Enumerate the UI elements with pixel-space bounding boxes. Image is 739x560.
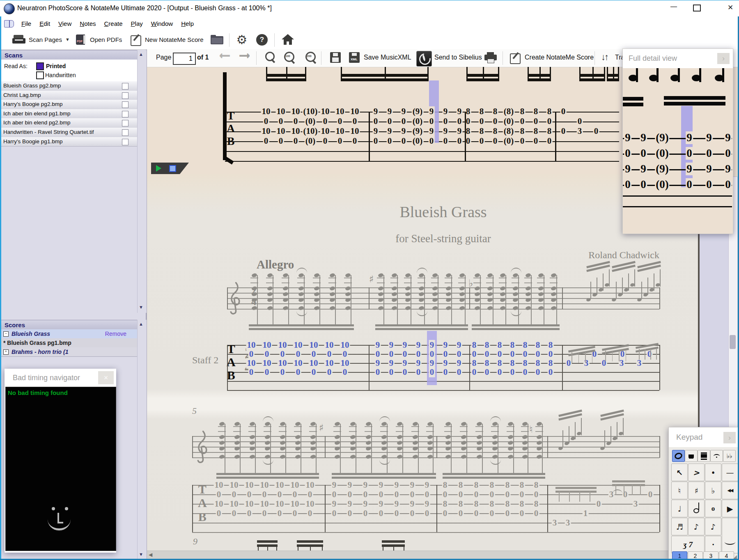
- tab-number[interactable]: 10: [259, 499, 270, 509]
- tab-number[interactable]: 0: [262, 508, 268, 519]
- tab-number[interactable]: 0: [388, 367, 395, 377]
- scan-tab-number[interactable]: 9: [443, 106, 449, 117]
- tab-number[interactable]: 0: [311, 367, 317, 377]
- scan-tab-number[interactable]: 8: [479, 106, 485, 117]
- tab-number[interactable]: 0: [509, 367, 516, 377]
- tab-number[interactable]: 0: [326, 367, 333, 377]
- scan-tab-number[interactable]: 0: [443, 116, 449, 126]
- scan-tab-number[interactable]: 0: [293, 136, 299, 146]
- flat-button[interactable]: ♭: [705, 482, 721, 499]
- scan-list-item[interactable]: Christ Lag.bmp: [0, 91, 137, 101]
- full-detail-header[interactable]: Full detail view ›: [623, 49, 733, 68]
- staccato-button[interactable]: •: [705, 464, 721, 481]
- tab-number[interactable]: 0: [347, 508, 353, 519]
- save-musicxml-label[interactable]: Save MusicXML: [364, 54, 411, 61]
- scan-tab-number[interactable]: 3: [577, 126, 583, 136]
- tab-number[interactable]: 0: [533, 489, 539, 500]
- scan-tab-number[interactable]: 8: [533, 126, 539, 136]
- scan-tab-number[interactable]: 9: [457, 106, 463, 117]
- scan-tab-number[interactable]: 0: [593, 126, 599, 136]
- scan-tab-number[interactable]: 0: [263, 116, 269, 126]
- printed-checkbox[interactable]: [36, 62, 44, 70]
- tab-number[interactable]: 10: [275, 499, 285, 509]
- tab-number[interactable]: 0: [442, 489, 448, 500]
- scan-item-checkbox[interactable]: [122, 139, 129, 145]
- tab-number[interactable]: 0: [292, 508, 298, 519]
- scan-tab-number[interactable]: 10: [320, 106, 330, 117]
- tab-number[interactable]: 8: [533, 499, 539, 509]
- tab-number[interactable]: 10: [244, 499, 255, 509]
- scan-tab-number[interactable]: 0: [352, 136, 358, 146]
- scan-tab-number[interactable]: 10: [350, 126, 360, 136]
- tab-number[interactable]: 0: [473, 489, 480, 500]
- tab-number[interactable]: 0: [415, 367, 422, 377]
- eighth-note-button[interactable]: ♪: [688, 518, 705, 535]
- play-button[interactable]: ▶: [722, 500, 738, 517]
- tab-number[interactable]: 0: [378, 508, 384, 519]
- remove-link[interactable]: Remove: [105, 330, 126, 337]
- scan-tab-number[interactable]: 10: [291, 126, 301, 136]
- save-icon[interactable]: [330, 52, 341, 63]
- stop-icon[interactable]: [169, 165, 176, 172]
- tab-number[interactable]: 8: [505, 499, 511, 509]
- rests-button[interactable]: ʒ 7: [671, 536, 705, 553]
- tab-number[interactable]: 8: [505, 480, 511, 490]
- scores-scroll-up-icon[interactable]: ▲: [139, 321, 143, 326]
- tab-number[interactable]: 8: [519, 499, 525, 509]
- scan-tab-number[interactable]: 10: [261, 126, 271, 136]
- scan-tab-number[interactable]: 8: [533, 106, 539, 117]
- tab-number[interactable]: 0: [246, 489, 252, 500]
- tab-number[interactable]: 0: [533, 508, 539, 519]
- scan-tab-number[interactable]: 10: [335, 106, 345, 117]
- scan-tab-number[interactable]: 10: [335, 126, 345, 136]
- score-title[interactable]: Blueish Grass: [227, 203, 659, 221]
- scan-tab-number[interactable]: (0): [305, 136, 317, 146]
- rewind-button[interactable]: ◀◀: [722, 482, 738, 499]
- scan-tab-number[interactable]: 9: [457, 126, 463, 136]
- tab-number[interactable]: 0: [505, 508, 511, 519]
- tab-number[interactable]: 0: [231, 508, 237, 519]
- create-notateme-label[interactable]: Create NotateMe Score: [525, 54, 594, 61]
- scan-tab-number[interactable]: 0: [533, 116, 539, 126]
- full-detail-body[interactable]: 99(9)99900(0)00099(9)99900(0)000: [623, 68, 732, 233]
- tab-number[interactable]: 0: [458, 508, 464, 519]
- scan-tab-number[interactable]: 8: [465, 126, 471, 136]
- tab-number[interactable]: 0: [331, 508, 337, 519]
- scan-tab-number[interactable]: (0): [412, 136, 424, 146]
- tab-number[interactable]: 9: [424, 499, 430, 509]
- tab-number[interactable]: 8: [489, 499, 495, 509]
- print-icon[interactable]: [484, 52, 497, 64]
- scan-tab-number[interactable]: (0): [503, 136, 515, 146]
- natural-button[interactable]: ♮: [671, 482, 688, 499]
- open-folder-button[interactable]: [211, 35, 224, 45]
- tab-number[interactable]: 8: [442, 480, 448, 490]
- tab-number[interactable]: 0: [456, 367, 462, 377]
- keypad-header[interactable]: Keypad ›: [669, 427, 739, 447]
- tab-number[interactable]: 10: [214, 499, 224, 509]
- scan-tab-number[interactable]: 0: [519, 136, 526, 146]
- tab-number[interactable]: 0: [522, 367, 528, 377]
- tab-number[interactable]: 0: [566, 358, 572, 368]
- scan-tab-number[interactable]: 9: [373, 126, 379, 136]
- half-rest-tab[interactable]: [685, 450, 698, 462]
- tab-number[interactable]: 10: [259, 480, 270, 490]
- tab-number[interactable]: 10: [229, 480, 239, 490]
- vertical-scrollbar-thumb[interactable]: [730, 335, 736, 349]
- tab-number[interactable]: 0: [375, 367, 381, 377]
- scan-tab-number[interactable]: 0: [546, 136, 553, 146]
- scan-tab-number[interactable]: 0: [479, 136, 485, 146]
- tab-number[interactable]: 9: [378, 499, 384, 509]
- scan-list-item[interactable]: Harry's Boogie pg1.bmp: [0, 137, 137, 147]
- tab-number[interactable]: 9: [424, 480, 430, 490]
- score-subtitle[interactable]: for Steel-string guitar: [227, 232, 659, 245]
- scan-tab-number[interactable]: 10: [291, 106, 301, 117]
- scan-tab-number[interactable]: 0: [322, 116, 328, 126]
- create-notateme-icon[interactable]: [510, 52, 521, 63]
- scan-tab-number[interactable]: 0: [492, 116, 498, 126]
- scan-tab-number[interactable]: 8: [465, 106, 471, 117]
- scan-tab-number[interactable]: 0: [387, 136, 393, 146]
- scores-scrollbar[interactable]: [137, 320, 147, 560]
- tab-number[interactable]: 10: [290, 480, 300, 490]
- tab-number[interactable]: 0: [471, 367, 477, 377]
- scan-tab-number[interactable]: 0: [352, 116, 358, 126]
